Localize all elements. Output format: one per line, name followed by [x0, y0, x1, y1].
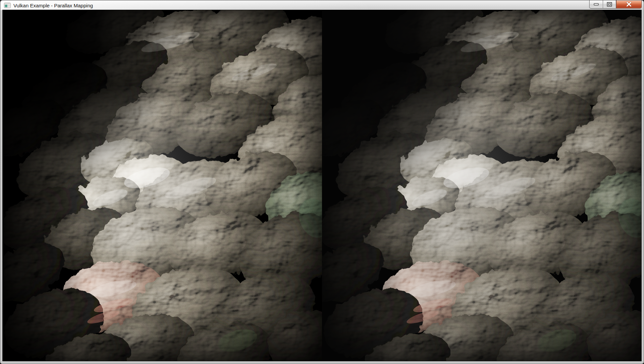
close-icon [626, 2, 632, 7]
window-controls [589, 0, 642, 8]
minimize-icon [594, 3, 599, 6]
window-frame[interactable]: Vulkan Example - Parallax Mapping [0, 0, 644, 364]
left-render-viewport[interactable] [3, 10, 322, 361]
application-window-icon[interactable] [4, 3, 11, 8]
window-title: Vulkan Example - Parallax Mapping [13, 3, 93, 8]
render-area [3, 10, 641, 361]
right-render-viewport[interactable] [322, 10, 641, 361]
maximize-icon [607, 2, 612, 7]
titlebar[interactable]: Vulkan Example - Parallax Mapping [1, 1, 643, 10]
minimize-button[interactable] [589, 0, 603, 8]
maximize-button[interactable] [603, 0, 616, 8]
close-button[interactable] [616, 0, 642, 8]
